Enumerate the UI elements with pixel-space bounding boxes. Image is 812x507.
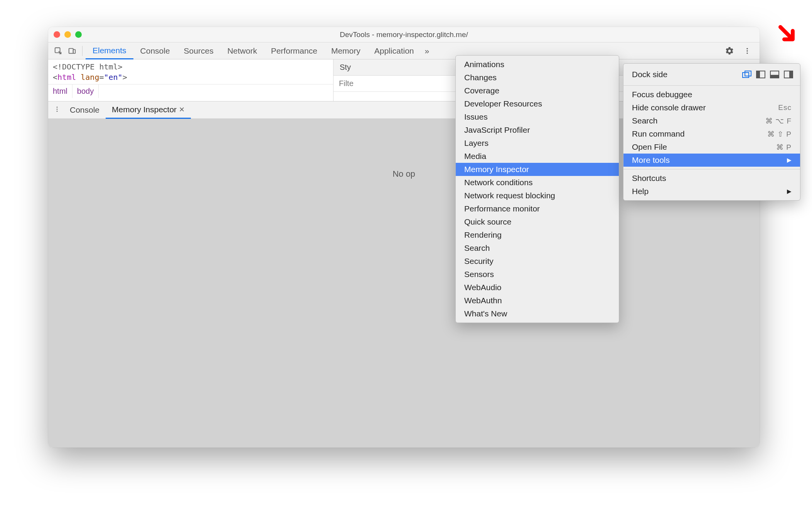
doctype-line: <!DOCTYPE html> <box>53 62 329 72</box>
tools-item-issues[interactable]: Issues <box>456 110 619 123</box>
tools-item-layers[interactable]: Layers <box>456 137 619 150</box>
tools-item-rendering[interactable]: Rendering <box>456 228 619 242</box>
menu-separator <box>623 85 800 86</box>
svg-rect-16 <box>790 71 793 78</box>
drawer-tab-memory-inspector[interactable]: Memory Inspector ✕ <box>106 102 191 119</box>
devtools-toolbar: Elements Console Sources Network Perform… <box>48 42 760 59</box>
tools-item-javascript-profiler[interactable]: JavaScript Profiler <box>456 123 619 137</box>
dock-bottom-icon[interactable] <box>770 71 779 78</box>
svg-rect-14 <box>770 75 779 78</box>
dock-undock-icon[interactable] <box>742 71 751 78</box>
minimize-window-icon[interactable] <box>64 31 71 38</box>
device-toolbar-icon[interactable] <box>65 44 79 58</box>
styles-tab[interactable]: Sty <box>334 59 357 75</box>
tab-elements[interactable]: Elements <box>86 43 133 59</box>
menu-run-command[interactable]: Run command⌘ ⇧ P <box>623 127 800 140</box>
menu-hide-console[interactable]: Hide console drawerEsc <box>623 101 800 114</box>
svg-rect-10 <box>745 71 751 76</box>
tools-item-webaudio[interactable]: WebAudio <box>456 281 619 294</box>
menu-help[interactable]: Help▶ <box>623 185 800 198</box>
more-tools-submenu: AnimationsChangesCoverageDeveloper Resou… <box>455 55 619 323</box>
svg-point-5 <box>746 52 748 54</box>
tools-item-network-request-blocking[interactable]: Network request blocking <box>456 189 619 202</box>
breadcrumb-html[interactable]: html <box>48 84 72 98</box>
tools-item-animations[interactable]: Animations <box>456 58 619 71</box>
svg-point-7 <box>57 109 58 110</box>
titlebar: DevTools - memory-inspector.glitch.me/ <box>48 27 760 42</box>
svg-point-4 <box>746 50 748 51</box>
tab-memory[interactable]: Memory <box>324 42 367 59</box>
tools-item-quick-source[interactable]: Quick source <box>456 215 619 228</box>
svg-point-6 <box>57 106 58 108</box>
elements-panel: <!DOCTYPE html> <html lang="en"> html bo… <box>48 59 334 101</box>
tools-item-developer-resources[interactable]: Developer Resources <box>456 97 619 110</box>
dock-right-icon[interactable] <box>784 71 793 78</box>
dock-side-row: Dock side <box>623 66 800 83</box>
tabs-overflow-icon[interactable]: » <box>421 42 433 59</box>
chevron-right-icon: ▶ <box>787 188 792 195</box>
tools-item-memory-inspector[interactable]: Memory Inspector <box>456 163 619 176</box>
drawer-tab-console[interactable]: Console <box>64 101 106 118</box>
close-window-icon[interactable] <box>54 31 60 38</box>
tab-sources[interactable]: Sources <box>177 42 221 59</box>
menu-search[interactable]: Search⌘ ⌥ F <box>623 114 800 127</box>
tools-item-sensors[interactable]: Sensors <box>456 268 619 281</box>
maximize-window-icon[interactable] <box>75 31 82 38</box>
settings-icon[interactable] <box>723 44 736 58</box>
drawer-kebab-icon[interactable] <box>51 105 64 115</box>
svg-point-8 <box>57 111 58 112</box>
menu-separator <box>623 169 800 169</box>
html-open-line: <html lang="en"> <box>53 72 329 83</box>
window-title: DevTools - memory-inspector.glitch.me/ <box>48 30 760 39</box>
dom-tree[interactable]: <!DOCTYPE html> <html lang="en"> <box>48 59 333 83</box>
menu-shortcuts[interactable]: Shortcuts <box>623 172 800 185</box>
tools-item-changes[interactable]: Changes <box>456 71 619 84</box>
main-menu: Dock side Focus debuggee Hide console dr… <box>623 63 800 201</box>
dock-side-label: Dock side <box>632 70 667 79</box>
tools-item-performance-monitor[interactable]: Performance monitor <box>456 202 619 215</box>
svg-rect-9 <box>743 73 749 78</box>
breadcrumb-body[interactable]: body <box>72 84 99 98</box>
dock-left-icon[interactable] <box>756 71 765 78</box>
tools-item-webauthn[interactable]: WebAuthn <box>456 294 619 307</box>
tools-item-what-s-new[interactable]: What's New <box>456 307 619 320</box>
tools-item-network-conditions[interactable]: Network conditions <box>456 176 619 189</box>
svg-rect-2 <box>73 49 76 53</box>
drawer-tab-label: Memory Inspector <box>112 105 177 114</box>
tools-item-media[interactable]: Media <box>456 150 619 163</box>
menu-more-tools[interactable]: More tools▶ <box>623 154 800 167</box>
tab-console[interactable]: Console <box>133 42 177 59</box>
breadcrumb: html body <box>48 84 333 98</box>
annotation-arrow-icon <box>777 24 799 47</box>
chevron-right-icon: ▶ <box>787 157 792 164</box>
svg-rect-12 <box>756 71 760 78</box>
tab-application[interactable]: Application <box>367 42 421 59</box>
menu-open-file[interactable]: Open File⌘ P <box>623 140 800 154</box>
tab-performance[interactable]: Performance <box>264 42 324 59</box>
svg-point-3 <box>746 48 748 49</box>
tools-item-coverage[interactable]: Coverage <box>456 84 619 97</box>
menu-focus-debuggee[interactable]: Focus debuggee <box>623 88 800 101</box>
svg-rect-1 <box>69 48 73 53</box>
tab-network[interactable]: Network <box>221 42 264 59</box>
traffic-lights <box>54 31 82 38</box>
inspect-icon[interactable] <box>51 44 65 58</box>
empty-state-text: No op <box>393 169 415 179</box>
tools-item-search[interactable]: Search <box>456 242 619 255</box>
kebab-menu-icon[interactable] <box>740 44 754 58</box>
separator <box>82 46 83 56</box>
close-icon[interactable]: ✕ <box>179 105 185 114</box>
tools-item-security[interactable]: Security <box>456 255 619 268</box>
